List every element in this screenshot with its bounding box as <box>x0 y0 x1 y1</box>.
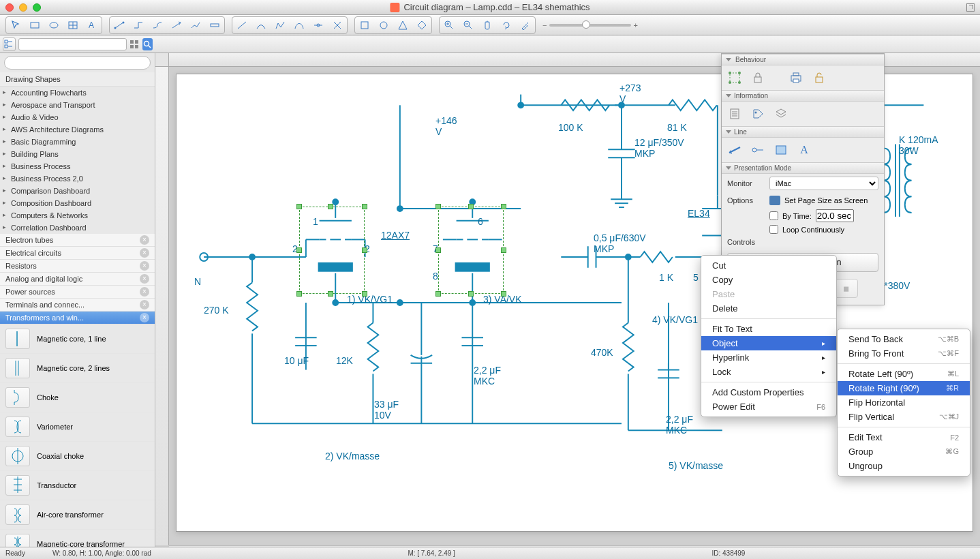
shape-item[interactable]: Variometer <box>0 412 155 442</box>
ctx2-rr[interactable]: Rotate Right (90º)⌘R <box>838 381 970 395</box>
line-5[interactable] <box>309 18 327 33</box>
behaviour-print-icon[interactable] <box>787 70 805 86</box>
shape-item[interactable]: Coaxial choke <box>0 442 155 471</box>
zoom-in-tool[interactable] <box>440 18 458 33</box>
panel-presentation-header[interactable]: Presentation Mode <box>722 162 884 174</box>
shape-item[interactable]: Transductor <box>0 471 155 500</box>
rotate-tool[interactable] <box>497 18 515 33</box>
category-item[interactable]: Business Process <box>0 160 155 172</box>
ctx2-btf[interactable]: Bring To Front⌥⌘F <box>838 346 970 361</box>
ctx2-stb[interactable]: Send To Back⌥⌘B <box>838 332 970 346</box>
ctx-cut[interactable]: Cut <box>701 258 836 273</box>
zoom-plus-icon[interactable]: + <box>634 21 638 29</box>
library-search[interactable] <box>18 38 127 50</box>
ctx2-group[interactable]: Group⌘G <box>838 444 970 459</box>
shape-item[interactable]: Air-core transformer <box>0 500 155 530</box>
ctx-object[interactable]: Object <box>701 336 836 350</box>
category-item[interactable]: Aerospace and Transport <box>0 99 155 111</box>
ctx-copy[interactable]: Copy <box>701 273 836 287</box>
category-item[interactable]: Audio & Video <box>0 111 155 123</box>
line-6[interactable] <box>328 18 346 33</box>
zoom-thumb[interactable] <box>582 20 590 29</box>
loop-checkbox[interactable] <box>769 225 778 234</box>
ctx2-fh[interactable]: Flip Horizontal <box>838 395 970 410</box>
library-item[interactable]: Transformers and win...× <box>0 312 155 324</box>
pagesize-label[interactable]: Set Page Size as Screen <box>784 196 868 205</box>
selection-box-2[interactable] <box>438 207 504 294</box>
ctx-fit[interactable]: Fit To Text <box>701 322 836 336</box>
bytime-checkbox[interactable] <box>769 211 778 220</box>
eyedropper-tool[interactable] <box>517 18 534 33</box>
text-tool[interactable]: A <box>83 18 101 33</box>
close-icon[interactable]: × <box>140 261 149 271</box>
library-item[interactable]: Analog and digital logic× <box>0 273 155 286</box>
library-item[interactable]: Terminals and connec...× <box>0 299 155 312</box>
search-icon[interactable] <box>142 38 153 50</box>
close-icon[interactable]: × <box>140 287 149 297</box>
ctx-lock[interactable]: Lock <box>701 365 836 379</box>
category-item[interactable]: Correlation Dashboard <box>0 222 155 234</box>
shape-item[interactable]: Magnetic core, 2 lines <box>0 354 155 383</box>
shape-item[interactable]: Magnetic core, 1 line <box>0 324 155 354</box>
ctx-delete[interactable]: Delete <box>701 301 836 316</box>
line-2[interactable] <box>252 18 270 33</box>
line-3[interactable] <box>271 18 289 33</box>
line-4[interactable] <box>290 18 308 33</box>
library-item[interactable]: Power sources× <box>0 286 155 299</box>
library-item[interactable]: Electron tubes× <box>0 234 155 247</box>
pointer-tool[interactable] <box>7 18 25 33</box>
category-item[interactable]: Computers & Networks <box>0 209 155 222</box>
zoom-minus-icon[interactable]: − <box>542 21 547 29</box>
line-fill-icon[interactable] <box>772 142 790 158</box>
expand-icon[interactable] <box>966 3 975 12</box>
ctx2-fv[interactable]: Flip Vertical⌥⌘J <box>838 410 970 424</box>
line-style-icon[interactable] <box>726 142 744 158</box>
close-icon[interactable]: × <box>140 274 149 284</box>
connector-6[interactable] <box>206 18 224 33</box>
connector-3[interactable] <box>149 18 166 33</box>
monitor-select[interactable]: iMac <box>769 177 878 190</box>
panel-information-header[interactable]: Information <box>722 90 884 102</box>
category-item[interactable]: Accounting Flowcharts <box>0 87 155 99</box>
library-item[interactable]: Resistors× <box>0 260 155 273</box>
category-item[interactable]: Building Plans <box>0 148 155 160</box>
connector-2[interactable] <box>129 18 147 33</box>
ctx-addprops[interactable]: Add Custom Properties <box>701 385 836 399</box>
shape-4[interactable] <box>413 18 431 33</box>
close-icon[interactable]: × <box>140 313 149 322</box>
shape-3[interactable] <box>394 18 412 33</box>
category-item[interactable]: AWS Architecture Diagrams <box>0 123 155 136</box>
ctx-poweredit[interactable]: Power EditF6 <box>701 399 836 414</box>
close-icon[interactable]: × <box>140 248 149 258</box>
panel-line-header[interactable]: Line <box>722 126 884 138</box>
ctx2-ungroup[interactable]: Ungroup <box>838 459 970 473</box>
table-tool[interactable] <box>64 18 82 33</box>
shape-item[interactable]: Choke <box>0 383 155 412</box>
zoom-window-button[interactable] <box>33 3 41 12</box>
category-item[interactable]: Comparison Dashboard <box>0 185 155 197</box>
ctx-hyperlink[interactable]: Hyperlink <box>701 350 836 365</box>
grid-view-icon[interactable] <box>129 38 140 50</box>
minimize-window-button[interactable] <box>19 3 27 12</box>
behaviour-lock-icon[interactable] <box>749 70 767 86</box>
category-item[interactable]: Business Process 2,0 <box>0 172 155 185</box>
ctx2-edit[interactable]: Edit TextF2 <box>838 430 970 444</box>
pres-stop[interactable]: ◼ <box>833 279 858 298</box>
close-icon[interactable]: × <box>140 300 149 309</box>
library-tree-button[interactable] <box>3 37 16 51</box>
connector-4[interactable] <box>168 18 185 33</box>
shape-search-input[interactable] <box>4 56 151 70</box>
zoom-out-tool[interactable] <box>459 18 477 33</box>
ellipse-tool[interactable] <box>45 18 63 33</box>
bytime-input[interactable] <box>816 209 854 222</box>
close-window-button[interactable] <box>5 3 14 12</box>
info-layers-icon[interactable] <box>772 106 790 122</box>
rect-tool[interactable] <box>26 18 44 33</box>
ctx2-rl[interactable]: Rotate Left (90º)⌘L <box>838 367 970 381</box>
category-item[interactable]: Basic Diagramming <box>0 136 155 148</box>
connector-1[interactable] <box>110 18 128 33</box>
connector-5[interactable] <box>187 18 204 33</box>
shape-2[interactable] <box>375 18 393 33</box>
shape-1[interactable] <box>356 18 373 33</box>
selection-box-1[interactable] <box>299 207 365 294</box>
